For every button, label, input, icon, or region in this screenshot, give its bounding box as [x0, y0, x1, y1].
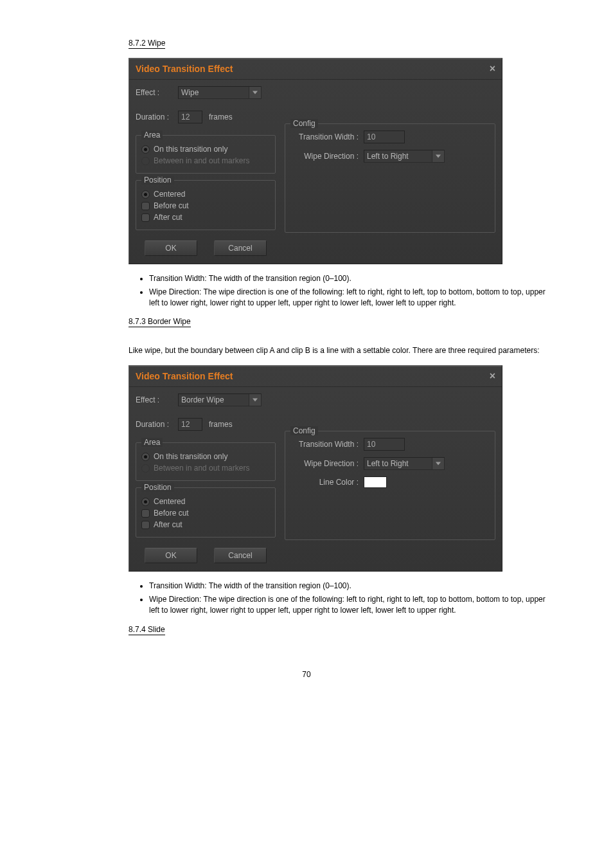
- effect-select[interactable]: Border Wipe: [178, 393, 262, 406]
- duration-unit: frames: [209, 113, 233, 122]
- area-option-between-markers[interactable]: Between in and out markers: [141, 156, 270, 165]
- chevron-down-icon[interactable]: [432, 150, 444, 162]
- radio-label: On this transition only: [154, 145, 227, 154]
- dialog-title-bar: Video Transition Effect ×: [129, 366, 502, 387]
- config-legend: Config: [290, 119, 318, 128]
- radio-label: Before cut: [154, 509, 189, 518]
- close-icon[interactable]: ×: [490, 371, 495, 381]
- radio-label: Before cut: [154, 201, 189, 210]
- position-legend: Position: [141, 483, 174, 492]
- effect-select-value: Wipe: [181, 88, 199, 97]
- radio-icon: [141, 498, 150, 506]
- border-wipe-intro: Like wipe, but the boundary between clip…: [129, 345, 546, 356]
- wipe-bullets: Transition Width: The width of the trans…: [129, 273, 555, 308]
- cancel-button[interactable]: Cancel: [214, 548, 267, 563]
- duration-label: Duration :: [136, 420, 172, 429]
- position-option-centered[interactable]: Centered: [141, 190, 270, 199]
- area-option-this-transition[interactable]: On this transition only: [141, 452, 270, 461]
- effect-label: Effect :: [136, 395, 172, 404]
- radio-icon: [141, 509, 150, 518]
- ok-button[interactable]: OK: [145, 240, 197, 256]
- radio-label: Centered: [154, 497, 185, 506]
- wipe-direction-select[interactable]: Left to Right: [364, 457, 445, 470]
- dialog-title-bar: Video Transition Effect ×: [129, 59, 502, 80]
- wipe-direction-value: Left to Right: [367, 152, 409, 161]
- bullet-item: Transition Width: The width of the trans…: [149, 581, 555, 592]
- effect-select[interactable]: Wipe: [178, 86, 262, 99]
- page-number: 70: [58, 670, 555, 679]
- dialog-video-transition-border-wipe: Video Transition Effect × Effect : Borde…: [129, 365, 502, 572]
- radio-icon: [141, 213, 150, 222]
- chevron-down-icon[interactable]: [249, 87, 261, 98]
- radio-icon: [141, 145, 150, 154]
- radio-label: Centered: [154, 190, 185, 199]
- radio-label: Between in and out markers: [154, 156, 249, 165]
- position-fieldset: Position Centered Before cut After cut: [136, 180, 276, 230]
- transition-width-value: 10: [367, 440, 375, 449]
- area-option-between-markers[interactable]: Between in and out markers: [141, 464, 270, 473]
- transition-width-input[interactable]: 10: [364, 131, 405, 143]
- border-wipe-bullets: Transition Width: The width of the trans…: [129, 581, 555, 615]
- radio-label: On this transition only: [154, 452, 227, 461]
- section-heading-wipe: 8.7.2 Wipe: [129, 39, 165, 49]
- position-option-before-cut[interactable]: Before cut: [141, 509, 270, 518]
- duration-value: 12: [181, 113, 190, 122]
- position-option-after-cut[interactable]: After cut: [141, 520, 270, 529]
- chevron-down-icon[interactable]: [249, 394, 261, 406]
- bullet-item: Wipe Direction: The wipe direction is on…: [149, 287, 555, 309]
- area-fieldset: Area On this transition only Between in …: [136, 442, 276, 481]
- dialog-video-transition-wipe: Video Transition Effect × Effect : Wipe …: [129, 58, 502, 264]
- radio-icon: [141, 202, 150, 210]
- config-legend: Config: [290, 426, 318, 435]
- close-icon[interactable]: ×: [490, 64, 495, 74]
- cancel-button[interactable]: Cancel: [214, 240, 267, 256]
- radio-icon: [141, 521, 150, 529]
- effect-label: Effect :: [136, 88, 172, 97]
- line-color-label: Line Color :: [290, 478, 359, 487]
- transition-width-label: Transition Width :: [290, 132, 359, 141]
- wipe-direction-label: Wipe Direction :: [290, 459, 359, 468]
- config-fieldset: Config Transition Width : 10 Wipe Direct…: [285, 123, 495, 233]
- duration-unit: frames: [209, 420, 233, 429]
- position-option-before-cut[interactable]: Before cut: [141, 201, 270, 210]
- transition-width-input[interactable]: 10: [364, 438, 405, 451]
- dialog-title: Video Transition Effect: [136, 64, 233, 74]
- radio-icon: [141, 464, 150, 473]
- section-heading-border-wipe: 8.7.3 Border Wipe: [129, 317, 191, 327]
- transition-width-value: 10: [367, 132, 375, 141]
- dialog-title: Video Transition Effect: [136, 371, 233, 381]
- area-legend: Area: [141, 438, 163, 447]
- wipe-direction-select[interactable]: Left to Right: [364, 150, 445, 163]
- duration-label: Duration :: [136, 113, 172, 122]
- radio-label: Between in and out markers: [154, 464, 249, 473]
- transition-width-label: Transition Width :: [290, 440, 359, 449]
- position-fieldset: Position Centered Before cut After cut: [136, 487, 276, 538]
- radio-icon: [141, 157, 150, 165]
- radio-label: After cut: [154, 213, 182, 222]
- wipe-direction-value: Left to Right: [367, 459, 409, 468]
- section-heading-slide: 8.7.4 Slide: [129, 625, 165, 635]
- duration-input[interactable]: 12: [178, 418, 202, 431]
- position-option-after-cut[interactable]: After cut: [141, 213, 270, 222]
- position-legend: Position: [141, 176, 174, 185]
- duration-value: 12: [181, 420, 190, 429]
- radio-label: After cut: [154, 520, 182, 529]
- radio-icon: [141, 453, 150, 461]
- wipe-direction-label: Wipe Direction :: [290, 152, 359, 161]
- duration-input[interactable]: 12: [178, 111, 202, 123]
- line-color-swatch[interactable]: [364, 476, 387, 488]
- chevron-down-icon[interactable]: [432, 458, 444, 469]
- ok-button[interactable]: OK: [145, 548, 197, 563]
- effect-select-value: Border Wipe: [181, 395, 224, 404]
- area-legend: Area: [141, 131, 163, 140]
- bullet-item: Wipe Direction: The wipe direction is on…: [149, 594, 555, 616]
- config-fieldset: Config Transition Width : 10 Wipe Direct…: [285, 431, 495, 540]
- bullet-item: Transition Width: The width of the trans…: [149, 273, 555, 284]
- position-option-centered[interactable]: Centered: [141, 497, 270, 506]
- area-fieldset: Area On this transition only Between in …: [136, 135, 276, 174]
- area-option-this-transition[interactable]: On this transition only: [141, 145, 270, 154]
- radio-icon: [141, 190, 150, 199]
